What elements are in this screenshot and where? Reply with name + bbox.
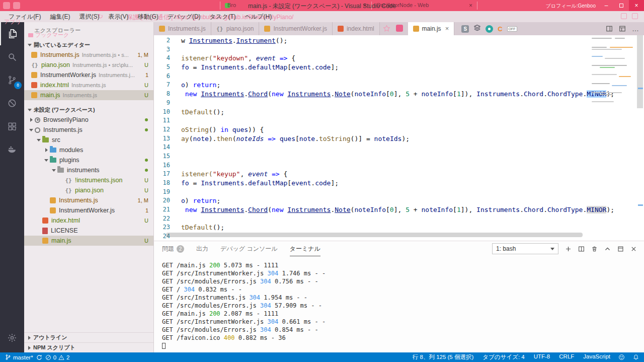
line-number: 22	[154, 214, 177, 224]
tree-item-Instruments.js[interactable]: Instruments.js1, M	[24, 195, 153, 205]
terminal-output[interactable]: GET /main.js 200 5.073 ms - 1111GET /src…	[154, 256, 644, 350]
editor-tab-Instruments.js[interactable]: Instruments.js	[154, 22, 211, 35]
browser-tab-label: Bro	[227, 2, 236, 8]
new-terminal-icon[interactable]	[565, 246, 572, 252]
browser-profile-label[interactable]: プロフィール:Genboo	[545, 3, 596, 10]
close-icon[interactable]: ×	[445, 26, 449, 32]
panel-tab-問題[interactable]: 問題2	[162, 241, 184, 256]
tree-item-index.html[interactable]: index.htmlU	[24, 215, 153, 226]
feedback-smiley-icon[interactable]	[618, 354, 625, 360]
status-item-2[interactable]: UTF-8	[534, 353, 550, 361]
git-branch-status[interactable]: master*	[5, 354, 33, 360]
minimize-button[interactable]: –	[599, 0, 614, 11]
split-editor-icon[interactable]	[606, 25, 613, 32]
bookmark-star-icon	[383, 25, 390, 34]
menu-item-3[interactable]: 表示(V)	[104, 13, 133, 21]
tree-item-!instruments.json[interactable]: {}!instruments.jsonU	[24, 175, 153, 185]
menu-item-7[interactable]: ヘルプ(H)	[240, 13, 277, 21]
tree-item-Instruments.js[interactable]: Instruments.js	[24, 125, 153, 135]
kill-terminal-icon[interactable]	[591, 246, 598, 252]
npm-scripts-section[interactable]: NPM スクリプト	[24, 342, 153, 352]
minimap-mark	[592, 49, 622, 50]
menu-item-5[interactable]: デバッグ(D)	[163, 13, 205, 21]
code-line: 12oString() in ques)) {	[154, 125, 644, 134]
scrollbar-thumb[interactable]	[637, 35, 643, 108]
tree-item-instruments[interactable]: instruments	[24, 165, 153, 175]
horizontal-scrollbar[interactable]	[166, 233, 583, 237]
open-editor-item[interactable]: main.jsInstruments.jsU	[24, 90, 153, 100]
sync-button[interactable]	[36, 354, 42, 360]
tree-item-label: BrowserilyPiano	[43, 116, 89, 123]
open-editor-item[interactable]: index.htmlInstruments.jsU	[24, 80, 153, 90]
editor-actions: …	[606, 22, 644, 35]
split-terminal-icon[interactable]	[578, 246, 585, 252]
maximize-button[interactable]	[614, 0, 629, 11]
maximize-panel-icon[interactable]	[617, 246, 624, 252]
panel-tab-出力[interactable]: 出力	[196, 241, 208, 256]
minimap[interactable]	[590, 37, 634, 112]
menu-item-4[interactable]: 移動(G)	[133, 13, 163, 21]
scrollbar-thumb[interactable]	[166, 233, 583, 237]
panel-tab-ターミナル[interactable]: ターミナル	[290, 241, 320, 256]
tree-chevron	[28, 129, 35, 131]
line-number: 17	[154, 170, 177, 179]
close-panel-icon[interactable]	[630, 246, 637, 252]
terminal-line: GET /src/InstrumentWorker.js 304 1.746 m…	[162, 269, 644, 277]
search-icon[interactable]	[0, 45, 24, 68]
status-item-4[interactable]: JavaScript	[583, 353, 610, 361]
panel-tab-デバッグ コンソール[interactable]: デバッグ コンソール	[220, 241, 278, 256]
settings-gear-icon[interactable]	[0, 326, 24, 349]
tree-item-piano.json[interactable]: {}piano.jsonU	[24, 185, 153, 195]
terminal-line: GET /src/modules/Errors.js 304 57.909 ms…	[162, 302, 644, 310]
editor-tab-main.js[interactable]: main.js×	[408, 22, 455, 35]
tree-item-LICENSE[interactable]: LICENSE	[24, 226, 153, 236]
more-actions-icon[interactable]: …	[632, 25, 639, 33]
tree-item-InstrumentWorker.js[interactable]: InstrumentWorker.js1	[24, 205, 153, 215]
open-editors-header[interactable]: 開いているエディター	[24, 40, 153, 50]
browser-tab2-close-icon[interactable]: ×	[469, 2, 472, 9]
docker-icon[interactable]	[0, 138, 24, 161]
toggle-layout-icon[interactable]	[619, 25, 626, 32]
open-editor-item[interactable]: InstrumentWorker.jsInstruments.j...1	[24, 70, 153, 80]
warning-icon	[58, 354, 64, 360]
tree-item-label: InstrumentWorker.js	[59, 207, 115, 214]
menu-item-2[interactable]: 選択(S)	[74, 13, 104, 21]
open-editor-item[interactable]: {}piano.jsonInstruments.js • src\plu...U	[24, 60, 153, 70]
menu-item-1[interactable]: 編集(E)	[45, 13, 74, 21]
tree-item-plugins[interactable]: plugins	[24, 155, 153, 165]
open-editor-item[interactable]: Instruments.jsInstruments.js • s...1, M	[24, 50, 153, 60]
status-item-3[interactable]: CRLF	[559, 353, 574, 361]
editor-tab-index.html[interactable]: index.html	[333, 22, 380, 35]
outline-section[interactable]: アウトライン	[24, 332, 153, 342]
notifications-bell-icon[interactable]	[633, 354, 639, 360]
menu-item-6[interactable]: タスク(T)	[205, 13, 240, 21]
tree-item-modules[interactable]: modules	[24, 145, 153, 155]
close-button[interactable]: ×	[629, 0, 644, 11]
tree-item-main.js[interactable]: main.jsU	[24, 236, 153, 246]
extensions-icon[interactable]	[0, 115, 24, 138]
editor-tab-InstrumentWorker.js[interactable]: InstrumentWorker.js	[259, 22, 332, 35]
code-text	[177, 152, 181, 161]
code-editor[interactable]: 2w Instruments.Instrument();34istener("k…	[154, 35, 644, 241]
source-control-icon[interactable]: 8	[0, 68, 24, 92]
status-item-0[interactable]: 行 8、列 125 (5 個選択)	[413, 353, 473, 361]
problems-indicator[interactable]: 0 2	[45, 354, 70, 360]
vertical-scrollbar[interactable]	[637, 35, 643, 241]
tree-item-BrowserilyPiano[interactable]: BrowserilyPiano	[24, 115, 153, 125]
terminal-select[interactable]: 1: bash	[492, 243, 558, 254]
browser-tab-close-icon[interactable]: ×	[363, 2, 367, 9]
minimap-mark	[610, 47, 633, 48]
collapse-panel-icon[interactable]	[604, 246, 611, 252]
bottom-panel: 問題2出力デバッグ コンソールターミナル 1: bash GET /main.j…	[154, 241, 644, 352]
status-item-1[interactable]: タブのサイズ: 4	[482, 353, 524, 361]
chevron-right-icon	[30, 118, 33, 122]
json-file-icon: {}	[31, 62, 38, 68]
tree-chevron	[43, 159, 50, 162]
debug-icon[interactable]	[0, 92, 24, 115]
workspace-header[interactable]: 未設定 (ワークスペース)	[24, 105, 153, 115]
panel-tab-label: 出力	[196, 241, 208, 256]
editor-tab-piano.json[interactable]: {}piano.json	[211, 22, 260, 35]
browser-tab-oscillatornode[interactable]: OscillatorNode - Web	[376, 2, 466, 8]
tree-item-src[interactable]: src	[24, 135, 153, 145]
terminal-line: GET /src/modules/Errors.js 304 0.854 ms …	[162, 326, 644, 334]
